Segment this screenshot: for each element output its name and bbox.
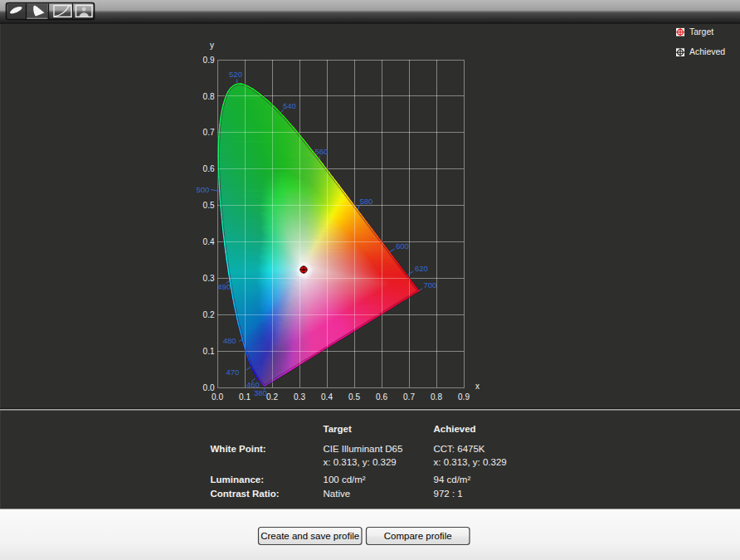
svg-text:0.1: 0.1 [239,392,251,402]
svg-text:490: 490 [217,282,231,291]
svg-text:0.4: 0.4 [321,392,333,402]
svg-text:Native: Native [324,489,351,499]
svg-text:Contrast Ratio:: Contrast Ratio: [211,489,280,499]
svg-text:0.0: 0.0 [203,383,215,392]
svg-text:0.7: 0.7 [403,392,415,402]
svg-text:972 : 1: 972 : 1 [434,489,463,499]
svg-text:480: 480 [223,336,236,345]
svg-text:Luminance:: Luminance: [211,475,265,485]
svg-text:0.4: 0.4 [203,237,215,246]
svg-text:0.2: 0.2 [266,392,278,402]
svg-text:0.5: 0.5 [203,201,215,210]
svg-text:520: 520 [229,70,242,79]
svg-text:Compare profile: Compare profile [384,531,452,541]
svg-text:Achieved: Achieved [689,46,725,56]
svg-text:0.0: 0.0 [212,392,223,402]
svg-text:Target: Target [324,424,352,434]
svg-text:y: y [210,41,214,50]
svg-text:0.9: 0.9 [458,392,470,402]
svg-text:0.5: 0.5 [348,392,360,402]
svg-text:x: 0.313, y: 0.329: x: 0.313, y: 0.329 [324,457,397,467]
svg-text:CIE Illuminant D65: CIE Illuminant D65 [324,444,403,454]
svg-text:Target: Target [689,27,713,37]
svg-text:0.9: 0.9 [203,56,215,65]
svg-text:620: 620 [415,264,428,273]
svg-text:x: 0.313, y: 0.329: x: 0.313, y: 0.329 [434,457,507,467]
svg-text:600: 600 [396,241,409,251]
svg-text:380: 380 [254,388,267,397]
svg-text:0.8: 0.8 [431,392,442,402]
svg-text:580: 580 [360,197,373,206]
svg-text:500: 500 [196,185,209,194]
svg-text:Achieved: Achieved [434,424,476,434]
svg-text:470: 470 [226,368,239,377]
svg-text:94 cd/m²: 94 cd/m² [434,475,471,485]
svg-text:0.3: 0.3 [294,392,305,402]
svg-text:700: 700 [424,280,437,290]
svg-text:0.2: 0.2 [203,310,215,319]
svg-text:Create and save profile: Create and save profile [260,531,359,541]
svg-text:0.3: 0.3 [203,274,215,283]
svg-text:x: x [475,382,480,391]
svg-text:0.1: 0.1 [203,347,215,356]
svg-text:560: 560 [315,147,329,156]
svg-text:100 cd/m²: 100 cd/m² [324,475,366,485]
svg-text:0.6: 0.6 [376,392,387,402]
svg-text:0.7: 0.7 [203,128,215,137]
svg-text:White Point:: White Point: [211,444,266,454]
svg-text:0.6: 0.6 [203,164,215,173]
svg-text:0.8: 0.8 [203,92,215,101]
svg-text:540: 540 [283,101,296,110]
svg-text:CCT: 6475K: CCT: 6475K [434,444,485,454]
